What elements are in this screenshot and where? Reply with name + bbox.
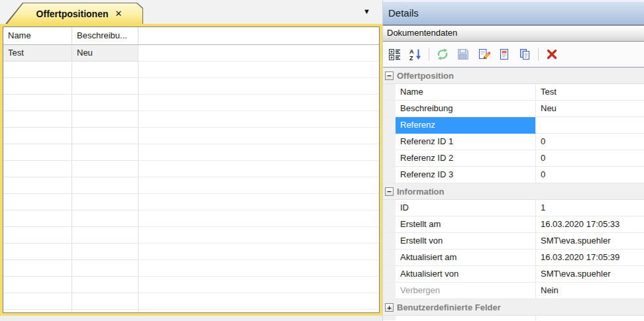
empty-row <box>3 95 379 111</box>
empty-cell <box>72 260 138 277</box>
property-row-referenz-selected[interactable]: Referenz <box>383 117 644 134</box>
property-value[interactable]: Nein <box>536 283 644 299</box>
empty-cell <box>3 210 72 227</box>
property-row-id[interactable]: ID 1 <box>383 200 644 216</box>
tab-overflow-dropdown-icon[interactable]: ▼ <box>363 7 370 15</box>
empty-cell <box>72 144 138 161</box>
empty-cell <box>138 144 379 161</box>
property-value[interactable]: 0 <box>536 150 644 167</box>
property-value[interactable]: Test <box>536 84 644 101</box>
property-row-verbergen[interactable]: Verbergen Nein <box>383 283 644 299</box>
property-row-aktualisiert-am[interactable]: Aktualisiert am 16.03.2020 17:05:39 <box>383 250 644 266</box>
category-row-offertposition[interactable]: − Offertposition <box>383 68 644 84</box>
property-label[interactable]: Erstellt am <box>396 216 536 233</box>
column-header-name[interactable]: Name <box>3 27 72 45</box>
property-row-referenz-id-2[interactable]: Referenz ID 2 0 <box>383 150 644 167</box>
empty-cell <box>138 293 379 310</box>
empty-cell <box>138 310 379 313</box>
property-value[interactable]: 1 <box>536 200 644 216</box>
empty-cell <box>72 210 138 227</box>
new-document-icon[interactable] <box>497 47 511 62</box>
empty-cell <box>3 227 72 244</box>
property-label[interactable]: Referenz ID 2 <box>396 150 536 167</box>
empty-row <box>3 277 379 293</box>
empty-row <box>3 128 379 144</box>
empty-cell <box>72 111 138 128</box>
refresh-icon[interactable] <box>435 47 450 62</box>
property-row-erstellt-am[interactable]: Erstellt am 16.03.2020 17:05:33 <box>383 216 644 233</box>
cell-name[interactable]: Test <box>3 45 72 62</box>
property-row-aktualisiert-von[interactable]: Aktualisiert von SMT\eva.spuehler <box>383 266 644 283</box>
tab-close-icon[interactable]: ✕ <box>115 9 122 18</box>
empty-cell <box>138 260 379 277</box>
property-value[interactable]: SMT\eva.spuehler <box>536 266 644 283</box>
property-label[interactable]: Aktualisiert von <box>396 266 536 283</box>
property-label[interactable]: Aktualisiert am <box>396 250 536 266</box>
empty-cell <box>138 161 379 177</box>
row-gutter <box>383 266 396 283</box>
property-row-name[interactable]: Name Test <box>383 84 644 101</box>
property-value[interactable]: 0 <box>536 167 644 183</box>
property-row-referenz-id-1[interactable]: Referenz ID 1 0 <box>383 134 644 150</box>
empty-cell <box>138 111 379 128</box>
categorized-view-icon[interactable] <box>388 47 402 62</box>
property-label[interactable]: Beschreibung <box>396 101 536 117</box>
row-gutter <box>383 84 396 101</box>
empty-cell <box>3 62 72 78</box>
property-row-referenz-id-3[interactable]: Referenz ID 3 0 <box>383 167 644 183</box>
copy-icon[interactable] <box>517 47 532 62</box>
empty-cell <box>3 177 72 194</box>
empty-cell <box>3 194 72 210</box>
empty-cell <box>72 293 138 310</box>
property-label[interactable]: Referenz ID 1 <box>396 134 536 150</box>
property-value[interactable] <box>536 117 644 134</box>
dokumentendaten-section-header[interactable]: Dokumentendaten <box>383 25 644 42</box>
row-gutter <box>383 200 396 216</box>
empty-cell <box>72 277 138 293</box>
toolbar-separator <box>429 48 429 61</box>
empty-cell <box>3 144 72 161</box>
property-grid: − Offertposition Name Test Beschreibung … <box>383 68 644 320</box>
tab-surface: Offertpositionen ✕ <box>7 3 142 24</box>
table-row[interactable]: Test Neu <box>3 45 379 62</box>
property-row-beschreibung[interactable]: Beschreibung Neu <box>383 101 644 117</box>
tab-offertpositionen[interactable]: Offertpositionen ✕ <box>5 3 143 24</box>
collapse-icon[interactable]: − <box>385 187 394 196</box>
property-value[interactable]: SMT\eva.spuehler <box>536 233 644 250</box>
row-gutter <box>383 233 396 250</box>
empty-cell <box>72 310 138 313</box>
property-label[interactable]: Erstellt von <box>396 233 536 250</box>
cell-beschreibung[interactable]: Neu <box>72 45 138 62</box>
column-header-beschreibung[interactable]: Beschreibu... <box>72 27 138 45</box>
property-label[interactable]: Referenz ID 3 <box>396 167 536 183</box>
property-value[interactable]: Neu <box>536 101 644 117</box>
empty-row <box>3 177 379 194</box>
edit-icon[interactable] <box>476 47 491 62</box>
empty-cell <box>72 194 138 210</box>
empty-cell <box>138 277 379 293</box>
row-gutter <box>383 216 396 233</box>
empty-cell <box>3 161 72 177</box>
property-value[interactable]: 16.03.2020 17:05:39 <box>536 250 644 266</box>
property-label[interactable]: Verbergen <box>396 283 536 299</box>
empty-row <box>3 62 379 78</box>
property-label[interactable]: Name <box>396 84 536 101</box>
property-value[interactable]: 0 <box>536 134 644 150</box>
save-icon[interactable] <box>456 47 470 62</box>
expand-icon[interactable]: + <box>385 303 394 312</box>
empty-cell <box>3 293 72 310</box>
collapse-icon[interactable]: − <box>385 71 394 80</box>
category-row-information[interactable]: − Information <box>383 183 644 200</box>
toolbar-separator <box>538 48 539 61</box>
empty-cell <box>3 111 72 128</box>
property-label[interactable]: ID <box>396 200 536 216</box>
property-value[interactable]: 16.03.2020 17:05:33 <box>536 216 644 233</box>
empty-cell <box>72 227 138 244</box>
category-row-benutzerdefinierte-felder[interactable]: + Benutzerdefinierte Felder <box>383 299 644 316</box>
empty-cell <box>138 194 379 210</box>
property-label-selected[interactable]: Referenz <box>396 117 536 134</box>
empty-row <box>3 227 379 244</box>
sort-az-icon[interactable]: A Z <box>408 47 423 62</box>
delete-icon[interactable] <box>545 47 559 62</box>
property-row-erstellt-von[interactable]: Erstellt von SMT\eva.spuehler <box>383 233 644 250</box>
